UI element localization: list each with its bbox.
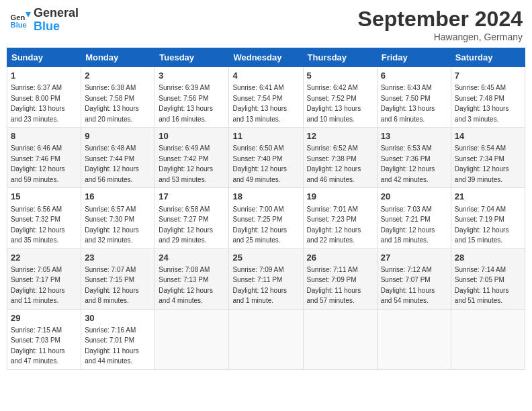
- calendar-cell: 21 Sunrise: 7:04 AMSunset: 7:19 PMDaylig…: [451, 188, 525, 248]
- day-number: 25: [232, 252, 299, 264]
- calendar-cell: [377, 309, 451, 369]
- logo-line1: General: [34, 7, 79, 20]
- calendar-cell: 22 Sunrise: 7:05 AMSunset: 7:17 PMDaylig…: [7, 248, 81, 309]
- day-info: Sunrise: 7:15 AMSunset: 7:03 PMDaylight:…: [11, 326, 65, 365]
- day-info: Sunrise: 6:58 AMSunset: 7:27 PMDaylight:…: [159, 205, 213, 244]
- calendar-cell: 23 Sunrise: 7:07 AMSunset: 7:15 PMDaylig…: [81, 248, 155, 309]
- day-info: Sunrise: 7:08 AMSunset: 7:13 PMDaylight:…: [159, 266, 213, 305]
- day-number: 20: [381, 191, 447, 203]
- calendar-cell: 8 Sunrise: 6:46 AMSunset: 7:46 PMDayligh…: [7, 128, 81, 188]
- day-info: Sunrise: 6:48 AMSunset: 7:44 PMDaylight:…: [85, 144, 139, 183]
- svg-text:Blue: Blue: [11, 21, 27, 29]
- location: Hawangen, Germany: [358, 32, 523, 42]
- day-info: Sunrise: 6:39 AMSunset: 7:56 PMDaylight:…: [159, 84, 213, 123]
- calendar-cell: 15 Sunrise: 6:56 AMSunset: 7:32 PMDaylig…: [7, 188, 81, 248]
- day-info: Sunrise: 6:38 AMSunset: 7:58 PMDaylight:…: [85, 84, 139, 123]
- day-number: 10: [159, 130, 225, 142]
- calendar-week-2: 8 Sunrise: 6:46 AMSunset: 7:46 PMDayligh…: [7, 128, 525, 188]
- calendar-cell: 3 Sunrise: 6:39 AMSunset: 7:56 PMDayligh…: [155, 67, 229, 128]
- day-info: Sunrise: 6:49 AMSunset: 7:42 PMDaylight:…: [159, 144, 213, 183]
- day-info: Sunrise: 7:14 AMSunset: 7:05 PMDaylight:…: [455, 266, 509, 305]
- day-info: Sunrise: 7:11 AMSunset: 7:09 PMDaylight:…: [307, 266, 361, 305]
- calendar-cell: [303, 309, 377, 369]
- day-info: Sunrise: 7:16 AMSunset: 7:01 PMDaylight:…: [85, 326, 139, 365]
- col-header-tuesday: Tuesday: [155, 48, 229, 67]
- title-block: September 2024 Hawangen, Germany: [358, 7, 523, 42]
- day-info: Sunrise: 7:04 AMSunset: 7:19 PMDaylight:…: [455, 205, 509, 244]
- logo-text: General Blue: [34, 7, 79, 34]
- day-number: 28: [455, 252, 521, 264]
- logo: Gen Blue General Blue: [9, 7, 79, 34]
- day-info: Sunrise: 7:05 AMSunset: 7:17 PMDaylight:…: [11, 266, 65, 305]
- col-header-thursday: Thursday: [303, 48, 377, 67]
- calendar-cell: 13 Sunrise: 6:53 AMSunset: 7:36 PMDaylig…: [377, 128, 451, 188]
- day-number: 26: [307, 252, 373, 264]
- calendar-cell: 24 Sunrise: 7:08 AMSunset: 7:13 PMDaylig…: [155, 248, 229, 309]
- day-info: Sunrise: 7:00 AMSunset: 7:25 PMDaylight:…: [232, 205, 287, 244]
- calendar-cell: 27 Sunrise: 7:12 AMSunset: 7:07 PMDaylig…: [377, 248, 451, 309]
- day-number: 6: [381, 70, 447, 82]
- calendar-cell: 9 Sunrise: 6:48 AMSunset: 7:44 PMDayligh…: [81, 128, 155, 188]
- day-info: Sunrise: 6:57 AMSunset: 7:30 PMDaylight:…: [85, 205, 139, 244]
- day-number: 23: [85, 252, 151, 264]
- day-info: Sunrise: 6:42 AMSunset: 7:52 PMDaylight:…: [307, 84, 361, 123]
- day-number: 13: [381, 130, 447, 142]
- col-header-wednesday: Wednesday: [229, 48, 303, 67]
- day-info: Sunrise: 6:53 AMSunset: 7:36 PMDaylight:…: [381, 144, 435, 183]
- calendar-cell: 18 Sunrise: 7:00 AMSunset: 7:25 PMDaylig…: [229, 188, 303, 248]
- day-number: 2: [85, 70, 151, 82]
- calendar-week-3: 15 Sunrise: 6:56 AMSunset: 7:32 PMDaylig…: [7, 188, 525, 248]
- calendar-cell: 19 Sunrise: 7:01 AMSunset: 7:23 PMDaylig…: [303, 188, 377, 248]
- calendar-week-4: 22 Sunrise: 7:05 AMSunset: 7:17 PMDaylig…: [7, 248, 525, 309]
- day-info: Sunrise: 6:41 AMSunset: 7:54 PMDaylight:…: [232, 84, 287, 123]
- calendar-cell: 1 Sunrise: 6:37 AMSunset: 8:00 PMDayligh…: [7, 67, 81, 128]
- day-number: 1: [11, 70, 77, 82]
- day-info: Sunrise: 6:50 AMSunset: 7:40 PMDaylight:…: [232, 144, 287, 183]
- day-number: 12: [307, 130, 373, 142]
- calendar-table: SundayMondayTuesdayWednesdayThursdayFrid…: [7, 48, 525, 370]
- day-number: 8: [11, 130, 77, 142]
- page-header: Gen Blue General Blue September 2024 Haw…: [7, 7, 525, 42]
- day-info: Sunrise: 6:43 AMSunset: 7:50 PMDaylight:…: [381, 84, 435, 123]
- day-info: Sunrise: 7:03 AMSunset: 7:21 PMDaylight:…: [381, 205, 435, 244]
- day-number: 29: [11, 312, 77, 324]
- day-number: 17: [159, 191, 225, 203]
- calendar-cell: 20 Sunrise: 7:03 AMSunset: 7:21 PMDaylig…: [377, 188, 451, 248]
- day-number: 5: [307, 70, 373, 82]
- calendar-cell: 30 Sunrise: 7:16 AMSunset: 7:01 PMDaylig…: [81, 309, 155, 369]
- day-info: Sunrise: 6:54 AMSunset: 7:34 PMDaylight:…: [455, 144, 509, 183]
- calendar-cell: [229, 309, 303, 369]
- day-info: Sunrise: 7:12 AMSunset: 7:07 PMDaylight:…: [381, 266, 435, 305]
- day-number: 21: [455, 191, 521, 203]
- day-info: Sunrise: 7:01 AMSunset: 7:23 PMDaylight:…: [307, 205, 361, 244]
- day-number: 3: [159, 70, 225, 82]
- day-info: Sunrise: 7:07 AMSunset: 7:15 PMDaylight:…: [85, 266, 139, 305]
- calendar-cell: 11 Sunrise: 6:50 AMSunset: 7:40 PMDaylig…: [229, 128, 303, 188]
- calendar-cell: 29 Sunrise: 7:15 AMSunset: 7:03 PMDaylig…: [7, 309, 81, 369]
- calendar-cell: 14 Sunrise: 6:54 AMSunset: 7:34 PMDaylig…: [451, 128, 525, 188]
- day-info: Sunrise: 6:52 AMSunset: 7:38 PMDaylight:…: [307, 144, 361, 183]
- col-header-friday: Friday: [377, 48, 451, 67]
- day-number: 19: [307, 191, 373, 203]
- day-info: Sunrise: 6:46 AMSunset: 7:46 PMDaylight:…: [11, 144, 65, 183]
- svg-text:Gen: Gen: [11, 13, 26, 21]
- calendar-cell: 10 Sunrise: 6:49 AMSunset: 7:42 PMDaylig…: [155, 128, 229, 188]
- day-number: 27: [381, 252, 447, 264]
- calendar-cell: 5 Sunrise: 6:42 AMSunset: 7:52 PMDayligh…: [303, 67, 377, 128]
- col-header-sunday: Sunday: [7, 48, 81, 67]
- calendar-cell: 26 Sunrise: 7:11 AMSunset: 7:09 PMDaylig…: [303, 248, 377, 309]
- day-number: 24: [159, 252, 225, 264]
- month-title: September 2024: [358, 7, 523, 32]
- calendar-cell: 6 Sunrise: 6:43 AMSunset: 7:50 PMDayligh…: [377, 67, 451, 128]
- calendar-cell: 25 Sunrise: 7:09 AMSunset: 7:11 PMDaylig…: [229, 248, 303, 309]
- day-info: Sunrise: 6:56 AMSunset: 7:32 PMDaylight:…: [11, 205, 65, 244]
- calendar-cell: 16 Sunrise: 6:57 AMSunset: 7:30 PMDaylig…: [81, 188, 155, 248]
- day-info: Sunrise: 6:45 AMSunset: 7:48 PMDaylight:…: [455, 84, 509, 123]
- svg-marker-2: [26, 12, 31, 17]
- calendar-header-row: SundayMondayTuesdayWednesdayThursdayFrid…: [7, 48, 525, 67]
- day-number: 15: [11, 191, 77, 203]
- col-header-monday: Monday: [81, 48, 155, 67]
- calendar-cell: 7 Sunrise: 6:45 AMSunset: 7:48 PMDayligh…: [451, 67, 525, 128]
- day-number: 14: [455, 130, 521, 142]
- day-number: 16: [85, 191, 151, 203]
